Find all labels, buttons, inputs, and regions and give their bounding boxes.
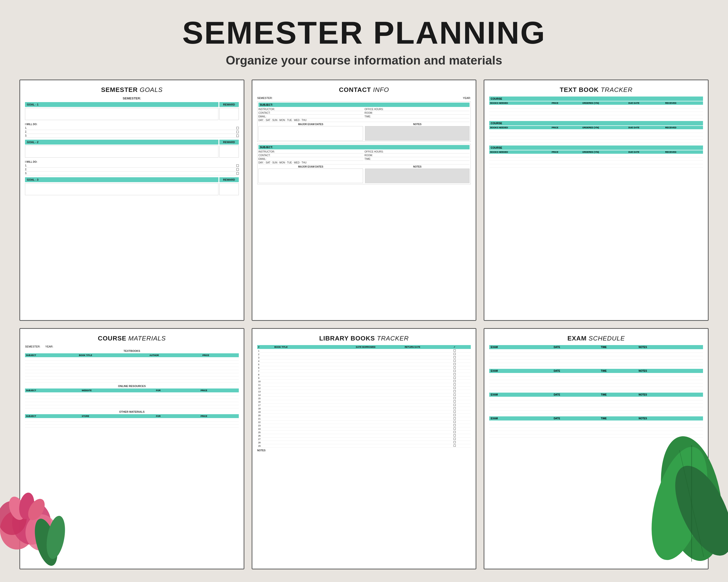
tracker-section-3: COURSE BOOKS NEEDEDPRICEORDERED (Y/N)DUE… [489,145,703,168]
textbook-row-7 [25,377,239,380]
library-books-title: LIBRARY BOOKS TRACKER [257,335,471,342]
library-row-28: 28 [257,441,471,444]
exam-header-2: EXAMDATETIMENOTES [489,369,703,373]
tracker-header-1: BOOKS NEEDEDPRICEORDERED (Y/N)DUE DATERE… [489,101,703,105]
exam-row-3-5 [489,411,703,414]
library-row-25: 25 [257,431,471,434]
office-hours-field-2: OFFICE HOURS: [364,150,470,154]
goal-3-reward-box[interactable] [219,183,239,195]
exam-section-3: EXAMDATETIMENOTES [489,393,703,414]
pages-grid: SEMESTER GOALS SEMESTER: GOAL - 1 REWARD… [0,75,728,579]
contact-field-2: CONTACT: [258,154,364,157]
library-row-21: 21 [257,417,471,420]
exam-header-4: EXAMDATETIMENOTES [489,416,703,420]
textbooks-title: TEXTBOOKS [25,350,239,352]
other-row-1 [25,418,239,421]
library-rows: 1234567891011121314151617181920212223242… [257,349,471,448]
library-row-16: 16 [257,400,471,404]
textbook-row-2 [25,361,239,364]
will-do-2-item-3: 3. [25,171,239,175]
office-hours-field: OFFICE HOURS: [364,108,470,111]
will-do-1-item-3: 3. [25,134,239,138]
email-field-2: EMAIL: [258,158,364,161]
course-label-3: COURSE [489,145,703,150]
time-field-2: TIME: [364,158,470,161]
goal-3-text[interactable] [25,183,218,195]
library-row-26: 26 [257,434,471,438]
exam-notes-1: MAJOR EXAM DATES NOTES [258,123,470,141]
textbook-row-5 [25,370,239,373]
semester-goals-title: SEMESTER GOALS [25,86,239,93]
library-row-15: 15 [257,397,471,400]
notes-box-2[interactable] [365,169,470,183]
online-row-2 [25,396,239,399]
library-row-7: 7 [257,369,471,373]
exam-row-2-3 [489,380,703,383]
textbooks-header: SUBJECTBOOK TITLEAUTHORPRICE [25,353,239,357]
exam-row-1-5 [489,363,703,366]
textbook-row-8 [25,380,239,383]
goal-2-text[interactable] [25,145,218,158]
tracker-row-2-1 [489,130,703,133]
instructor-field-2: INSTRUCTOR: [258,150,364,154]
other-materials-section: OTHER MATERIALS SUBJECTSTOREFORPRICE [25,410,239,428]
online-row-3 [25,399,239,402]
exam-row-3-4 [489,407,703,411]
exam-row-3-2 [489,400,703,404]
exam-dates-box-1[interactable] [258,126,363,141]
tracker-row-2-3 [489,136,703,140]
tracker-row-2-4 [489,140,703,143]
other-header: SUBJECTSTOREFORPRICE [25,414,239,418]
goal-2-reward-box[interactable] [219,145,239,158]
cm-meta: SEMESTER: YEAR: [25,345,239,348]
library-row-29: 29 [257,444,471,448]
exam-schedule-title: EXAM SCHEDULE [489,335,703,342]
other-row-2 [25,421,239,425]
goal-1-text[interactable] [25,108,218,120]
contact-block-2: SUBJECT: INSTRUCTOR: OFFICE HOURS: CONTA… [257,144,471,184]
exam-section-2: EXAMDATETIMENOTES [489,369,703,390]
online-resources-section: ONLINE RESOURCES SUBJECTWEBSITEFORPRICE [25,385,239,408]
goal-2-row: GOAL - 2 REWARD [25,140,239,158]
tracker-section-1: COURSE BOOKS NEEDEDPRICEORDERED (Y/N)DUE… [489,96,703,118]
exam-dates-box-2[interactable] [258,169,363,183]
goal-3-row: GOAL - 3 REWARD [25,177,239,195]
goal-3-reward: REWARD [219,177,239,182]
notes-box-1[interactable] [365,126,470,141]
library-row-23: 23 [257,424,471,427]
textbook-row-3 [25,364,239,367]
goal-1-reward-box[interactable] [219,108,239,120]
textbook-row-4 [25,367,239,370]
library-row-3: 3 [257,356,471,359]
goal-2-label: GOAL - 2 [25,140,218,144]
exam-row-2-4 [489,383,703,387]
contact-meta: SEMESTER: YEAR: [257,96,471,100]
subject-header-2: SUBJECT: [258,145,470,149]
library-row-4: 4 [257,359,471,363]
day-field-2: DAY: · SAT · SUN · MON · TUE · WED · THU [258,161,470,164]
library-row-10: 10 [257,380,471,383]
tracker-row-1-2 [489,108,703,112]
textbook-row-6 [25,373,239,377]
tracker-header-2: BOOKS NEEDEDPRICEORDERED (Y/N)DUE DATERE… [489,126,703,129]
library-row-19: 19 [257,410,471,414]
online-row-4 [25,402,239,405]
day-field: DAY: · SAT · SUN · MON · TUE · WED · THU [258,119,470,122]
library-row-13: 13 [257,390,471,393]
tracker-row-3-1 [489,154,703,157]
online-header: SUBJECTWEBSITEFORPRICE [25,388,239,392]
online-row-1 [25,393,239,396]
library-row-27: 27 [257,438,471,441]
email-field: EMAIL: [258,115,364,118]
contact-field: CONTACT: [258,112,364,115]
will-do-2-item-2: 2. [25,168,239,171]
library-row-18: 18 [257,407,471,410]
exam-row-1-1 [489,350,703,353]
tracker-section-2: COURSE BOOKS NEEDEDPRICEORDERED (Y/N)DUE… [489,121,703,143]
library-row-12: 12 [257,387,471,390]
exam-row-1-4 [489,360,703,363]
library-row-20: 20 [257,414,471,417]
exam-row-4-3 [489,427,703,431]
exam-row-4-1 [489,421,703,424]
library-row-24: 24 [257,427,471,431]
